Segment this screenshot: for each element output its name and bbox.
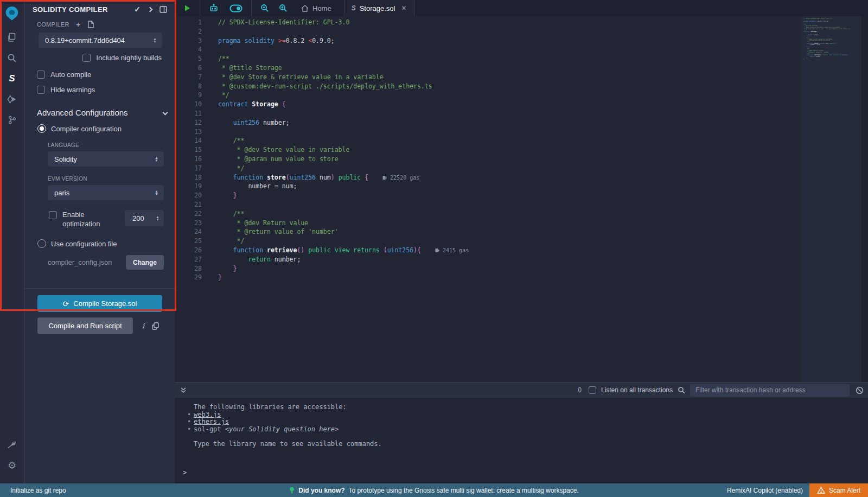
line-number[interactable]: 18 — [175, 173, 202, 182]
add-compiler-icon[interactable]: + — [76, 20, 81, 28]
solidity-compiler-icon[interactable]: S — [0, 68, 24, 89]
ai-copilot-icon[interactable] — [206, 4, 222, 12]
listen-transactions-checkbox[interactable] — [589, 386, 596, 394]
enable-optimization-label: Enable optimization — [62, 210, 111, 228]
line-number[interactable]: 12 — [175, 118, 202, 128]
settings-icon[interactable]: ⚙ — [0, 455, 24, 476]
web3-link[interactable]: web3.js — [194, 411, 221, 418]
collapse-terminal-icon[interactable] — [180, 387, 187, 393]
copilot-toggle[interactable] — [226, 4, 246, 12]
line-number[interactable]: 19 — [175, 182, 202, 191]
nightly-builds-checkbox[interactable] — [82, 54, 91, 62]
line-number[interactable]: 5 — [175, 54, 202, 63]
compiler-configuration-label: Compiler configuration — [51, 125, 122, 133]
compiler-version-select[interactable]: 0.8.19+commit.7dd6d404 ▲▼ — [39, 33, 162, 48]
open-file-icon[interactable] — [87, 21, 94, 28]
compiler-configuration-radio[interactable] — [37, 124, 46, 133]
code-line: 24 * @return value of 'number' — [175, 227, 868, 237]
editor-scrollbar[interactable] — [861, 16, 868, 382]
transaction-filter-input[interactable] — [690, 384, 850, 397]
change-config-button[interactable]: Change — [126, 255, 164, 270]
hide-warnings-checkbox[interactable] — [37, 86, 45, 94]
line-number[interactable]: 27 — [175, 255, 202, 264]
plugin-manager-icon[interactable] — [0, 435, 24, 455]
code-line: 6 * @title Storage — [175, 63, 868, 73]
line-number[interactable]: 1 — [175, 18, 202, 27]
compile-and-run-button[interactable]: Compile and Run script — [37, 317, 133, 334]
line-number[interactable]: 6 — [175, 63, 202, 73]
copilot-status[interactable]: RemixAI Copilot (enabled) — [727, 487, 803, 494]
info-icon[interactable]: i — [142, 322, 144, 330]
code-line: 26 function retrieve() public view retur… — [175, 246, 868, 255]
auto-compile-checkbox[interactable] — [37, 71, 45, 79]
run-script-button[interactable] — [180, 4, 194, 12]
ethers-link[interactable]: ethers.js — [194, 418, 229, 425]
line-number[interactable]: 23 — [175, 219, 202, 228]
line-number[interactable]: 17 — [175, 164, 202, 173]
line-number[interactable]: 29 — [175, 273, 202, 282]
line-number[interactable]: 15 — [175, 145, 202, 155]
line-number[interactable]: 26 — [175, 246, 202, 255]
clear-console-icon[interactable] — [856, 386, 864, 394]
search-icon[interactable] — [0, 48, 24, 68]
enable-optimization-checkbox[interactable] — [49, 211, 57, 219]
code-line: 12 uint256 number; — [175, 118, 868, 128]
remix-logo[interactable] — [0, 1, 24, 27]
warning-icon — [817, 487, 825, 494]
line-number[interactable]: 20 — [175, 191, 202, 200]
line-number[interactable]: 21 — [175, 200, 202, 209]
auto-compile-label: Auto compile — [50, 71, 91, 79]
line-number[interactable]: 3 — [175, 36, 202, 46]
use-configuration-file-radio[interactable] — [37, 239, 46, 248]
git-icon[interactable] — [0, 110, 24, 130]
close-tab-icon[interactable]: ✕ — [401, 4, 406, 12]
compiler-section-label: COMPILER — [37, 21, 69, 28]
tab-storage-sol[interactable]: S Storage.sol ✕ — [344, 0, 414, 16]
line-number[interactable]: 2 — [175, 27, 202, 36]
chevron-right-icon[interactable] — [148, 8, 152, 11]
tab-home[interactable]: Home — [294, 4, 339, 12]
code-editor[interactable]: 1// SPDX-License-Identifier: GPL-3.023pr… — [175, 16, 868, 382]
minimap[interactable]: // SPDX-License-Identifier: GPL-3.0pragm… — [801, 16, 861, 382]
line-number[interactable]: 24 — [175, 227, 202, 237]
evm-version-value: paris — [54, 189, 155, 197]
git-init-status[interactable]: Initialize as git repo — [10, 487, 66, 494]
file-explorer-icon[interactable] — [0, 27, 24, 48]
zoom-in-icon[interactable] — [276, 4, 291, 12]
terminal[interactable]: The following libraries are accessible: … — [175, 398, 868, 483]
line-number[interactable]: 22 — [175, 209, 202, 219]
line-number[interactable]: 8 — [175, 82, 202, 91]
code-line: 4 — [175, 45, 868, 54]
language-select[interactable]: Solidity ▲▼ — [48, 151, 164, 167]
compile-button[interactable]: ⟳ Compile Storage.sol — [37, 295, 162, 312]
line-number[interactable]: 14 — [175, 136, 202, 145]
line-number[interactable]: 10 — [175, 100, 202, 109]
optimization-runs-input[interactable]: 200 ▲▼ — [125, 210, 164, 226]
line-number[interactable]: 16 — [175, 155, 202, 164]
library-item: • sol-gpt <your Solidity question here> — [194, 426, 868, 434]
pin-panel-icon[interactable] — [159, 6, 167, 13]
line-number[interactable]: 13 — [175, 128, 202, 137]
code-line: 27 return number; — [175, 255, 868, 264]
code-line: 1// SPDX-License-Identifier: GPL-3.0 — [175, 18, 868, 27]
line-number[interactable]: 28 — [175, 264, 202, 273]
main-area: Home S Storage.sol ✕ 1// SPDX-License-Id… — [175, 0, 868, 483]
terminal-prompt[interactable]: > — [183, 469, 187, 476]
line-number[interactable]: 7 — [175, 73, 202, 82]
scam-alert-label: Scam Alert — [829, 487, 860, 494]
code-line: 10contract Storage { — [175, 100, 868, 109]
gas-estimate: 2415 gas — [435, 247, 469, 253]
zoom-out-icon[interactable] — [257, 4, 272, 12]
evm-version-select[interactable]: paris ▲▼ — [48, 185, 164, 200]
scam-alert-button[interactable]: Scam Alert — [809, 483, 868, 497]
line-number[interactable]: 25 — [175, 237, 202, 246]
compile-success-icon: ✓ — [134, 5, 141, 14]
terminal-search-icon[interactable] — [678, 386, 685, 394]
advanced-configurations-toggle[interactable]: Advanced Configurations — [24, 94, 175, 117]
copy-icon[interactable] — [152, 322, 159, 330]
deploy-run-icon[interactable] — [0, 89, 24, 110]
line-number[interactable]: 9 — [175, 91, 202, 100]
code-line: 2 — [175, 27, 868, 36]
line-number[interactable]: 4 — [175, 45, 202, 54]
line-number[interactable]: 11 — [175, 109, 202, 118]
